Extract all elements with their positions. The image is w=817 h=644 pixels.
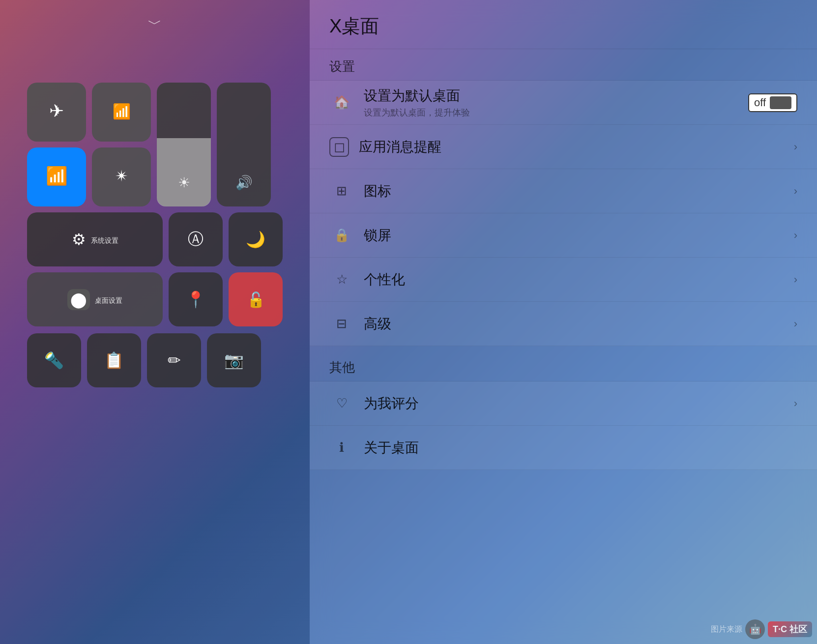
- watermark-avatar: 🤖: [745, 619, 765, 639]
- menu-text-advanced: 高级: [364, 315, 794, 333]
- watermark-brand: T·C 社区: [768, 621, 812, 637]
- system-settings-content: ⚙ 系统设置: [72, 230, 118, 249]
- bluetooth-tile[interactable]: ✴: [92, 147, 151, 206]
- notes-icon: 📋: [104, 351, 124, 370]
- camera-tile[interactable]: 📷: [207, 333, 261, 387]
- location-icon: 📍: [186, 290, 205, 309]
- default-desktop-title: 设置为默认桌面: [364, 87, 748, 105]
- menu-item-rate[interactable]: ♡ 为我评分 ›: [310, 381, 817, 426]
- flashlight-tile[interactable]: 🔦: [27, 333, 81, 387]
- star-icon: ☆: [329, 267, 354, 292]
- lock-rotation-icon: 🔓: [247, 291, 265, 308]
- system-settings-label: 系统设置: [91, 236, 118, 245]
- menu-item-advanced[interactable]: ⊟ 高级 ›: [310, 302, 817, 346]
- notifications-title: 应用消息提醒: [359, 138, 794, 156]
- watermark-avatar-icon: 🤖: [749, 623, 761, 635]
- cc-row-3: ⬤ 桌面设置 📍 🔓: [27, 272, 283, 326]
- brightness-slider[interactable]: ☀: [157, 83, 211, 206]
- icons-right: ›: [794, 185, 797, 198]
- chevron-right-icon-6: ›: [794, 397, 797, 410]
- toggle-off-bar: [770, 96, 791, 109]
- chevron-right-icon-3: ›: [794, 229, 797, 242]
- toggle-icon: ⬤: [67, 289, 90, 310]
- airplane-icon: ✈: [49, 101, 64, 121]
- lockscreen-title: 锁屏: [364, 226, 794, 245]
- night-mode-tile[interactable]: 🌙: [229, 212, 283, 266]
- cc-row-2: ⚙ 系统设置 Ⓐ 🌙: [27, 212, 283, 266]
- advanced-title: 高级: [364, 315, 794, 333]
- volume-slider[interactable]: 🔊: [217, 83, 271, 206]
- advanced-right: ›: [794, 318, 797, 330]
- chevron-right-icon-5: ›: [794, 318, 797, 330]
- notifications-right: ›: [794, 141, 797, 153]
- airplane-mode-tile[interactable]: ✈: [27, 83, 86, 142]
- desktop-settings-content: ⬤ 桌面设置: [67, 289, 122, 310]
- gear-icon: ⚙: [72, 230, 86, 249]
- unknown-tile[interactable]: ✏: [147, 333, 201, 387]
- cc-bottom-row: 🔦 📋 ✏ 📷: [27, 333, 283, 387]
- menu-item-default-desktop[interactable]: 🏠 设置为默认桌面 设置为默认桌面，提升体验 off: [310, 81, 817, 125]
- volume-icon: 🔊: [235, 175, 253, 191]
- heart-icon: ♡: [329, 391, 354, 416]
- menu-text-icons: 图标: [364, 182, 794, 201]
- cellular-icon: 📶: [113, 103, 131, 120]
- desktop-settings-label: 桌面设置: [95, 296, 122, 305]
- auto-brightness-tile[interactable]: Ⓐ: [169, 212, 223, 266]
- camera-icon: 📷: [224, 351, 244, 370]
- rate-title: 为我评分: [364, 394, 794, 413]
- personalize-title: 个性化: [364, 270, 794, 289]
- settings-panel: X桌面 设置 🏠 设置为默认桌面 设置为默认桌面，提升体验 off ◻ 应用消息…: [310, 0, 817, 644]
- default-desktop-subtitle: 设置为默认桌面，提升体验: [364, 107, 748, 118]
- lockscreen-right: ›: [794, 229, 797, 242]
- home-icon: 🏠: [329, 90, 354, 115]
- menu-item-personalize[interactable]: ☆ 个性化 ›: [310, 258, 817, 302]
- chevron-right-icon-2: ›: [794, 185, 797, 198]
- notification-icon: ◻: [329, 137, 349, 157]
- wifi-tile[interactable]: 📶: [27, 147, 86, 206]
- lock-rotation-tile[interactable]: 🔓: [229, 272, 283, 326]
- default-desktop-toggle[interactable]: off: [748, 93, 797, 112]
- menu-text-default-desktop: 设置为默认桌面 设置为默认桌面，提升体验: [364, 87, 748, 118]
- auto-brightness-icon: Ⓐ: [188, 229, 204, 250]
- control-center-panel: ﹀ ✈ 📶 📶 ✴: [0, 0, 310, 644]
- menu-text-about: 关于桌面: [364, 439, 797, 457]
- app-title: X桌面: [310, 0, 817, 49]
- info-icon: ℹ: [329, 436, 354, 460]
- brightness-icon: ☀: [178, 175, 190, 191]
- settings-section-header: 设置: [310, 49, 817, 81]
- lock-icon: 🔒: [329, 223, 354, 248]
- about-title: 关于桌面: [364, 439, 797, 457]
- watermark-source: 图片来源: [711, 624, 742, 635]
- menu-item-icons[interactable]: ⊞ 图标 ›: [310, 169, 817, 213]
- other-section-header: 其他: [310, 350, 817, 381]
- personalize-right: ›: [794, 273, 797, 286]
- icons-icon: ⊞: [329, 179, 354, 204]
- menu-item-lockscreen[interactable]: 🔒 锁屏 ›: [310, 213, 817, 258]
- brightness-fill: [157, 138, 211, 206]
- location-tile[interactable]: 📍: [169, 272, 223, 326]
- cc-row-1: ✈ 📶 📶 ✴ ☀: [27, 83, 283, 206]
- desktop-settings-tile[interactable]: ⬤ 桌面设置: [27, 272, 163, 326]
- menu-item-about[interactable]: ℹ 关于桌面: [310, 426, 817, 470]
- watermark: 图片来源 🤖 T·C 社区: [711, 619, 812, 639]
- chevron-right-icon-4: ›: [794, 273, 797, 286]
- chevron-down-icon[interactable]: ﹀: [148, 15, 162, 33]
- toggle-off-widget[interactable]: off: [748, 93, 797, 112]
- system-settings-tile[interactable]: ⚙ 系统设置: [27, 212, 163, 266]
- menu-item-notifications[interactable]: ◻ 应用消息提醒 ›: [310, 125, 817, 169]
- control-center-grid: ✈ 📶 📶 ✴ ☀: [27, 83, 283, 387]
- wifi-icon: 📶: [46, 166, 68, 186]
- toggle-off-label: off: [754, 96, 766, 109]
- notes-tile[interactable]: 📋: [87, 333, 141, 387]
- advanced-icon: ⊟: [329, 312, 354, 336]
- menu-text-lockscreen: 锁屏: [364, 226, 794, 245]
- chevron-right-icon: ›: [794, 141, 797, 153]
- menu-text-notifications: 应用消息提醒: [359, 138, 794, 156]
- bluetooth-icon: ✴: [115, 167, 128, 185]
- flashlight-icon: 🔦: [44, 351, 64, 370]
- rate-right: ›: [794, 397, 797, 410]
- moon-icon: 🌙: [246, 230, 265, 249]
- menu-text-personalize: 个性化: [364, 270, 794, 289]
- icons-title: 图标: [364, 182, 794, 201]
- cellular-tile[interactable]: 📶: [92, 83, 151, 142]
